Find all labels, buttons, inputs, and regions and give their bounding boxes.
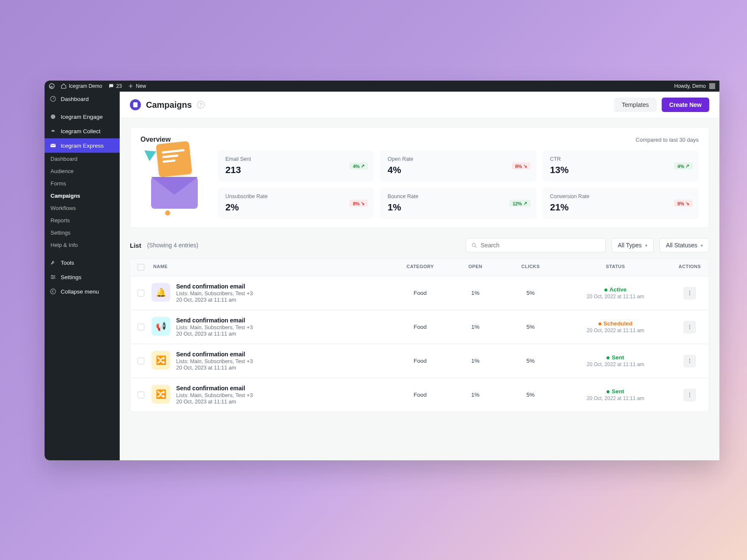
sidebar-dashboard[interactable]: Dashboard <box>45 92 120 106</box>
sidebar-settings[interactable]: Settings <box>45 270 120 284</box>
svg-point-7 <box>51 289 56 294</box>
sub-reports[interactable]: Reports <box>45 214 120 227</box>
cell-clicks: 5% <box>501 290 560 296</box>
row-actions-button[interactable] <box>683 287 696 300</box>
stat-label: Open Rate <box>388 156 528 162</box>
sub-workflows[interactable]: Workflows <box>45 202 120 214</box>
sub-audience[interactable]: Audience <box>45 165 120 177</box>
campaign-title[interactable]: Send confirmation email <box>176 317 253 324</box>
campaign-date: 20 Oct, 2023 at 11:11 am <box>176 331 253 337</box>
stat-card-open_rate: Open Rate 4% 8% ↘ <box>380 150 536 182</box>
stat-label: Unsubscribe Rate <box>225 193 366 199</box>
dots-vertical-icon <box>687 324 693 330</box>
filter-statuses[interactable]: All Statuses ▾ <box>660 238 709 252</box>
chevron-down-icon: ▾ <box>701 243 703 248</box>
sidebar-tools-label: Tools <box>61 260 74 266</box>
sidebar-collapse[interactable]: Collapse menu <box>45 284 120 299</box>
campaign-thumb: 🔔 <box>152 283 170 302</box>
help-icon[interactable]: ? <box>197 101 205 109</box>
svg-point-4 <box>51 275 53 276</box>
col-actions: ACTIONS <box>671 264 709 271</box>
cell-category: Food <box>390 324 450 330</box>
site-name-link[interactable]: Icegram Demo <box>61 83 102 89</box>
sidebar-collapse-label: Collapse menu <box>61 288 99 295</box>
select-all-checkbox[interactable] <box>138 264 144 271</box>
svg-point-10 <box>689 292 690 293</box>
filter-statuses-label: All Statuses <box>666 242 697 249</box>
sub-campaigns[interactable]: Campaigns <box>45 190 120 202</box>
new-label: New <box>136 83 146 89</box>
col-name: NAME <box>152 264 390 271</box>
table-row: 🔀 Send confirmation email Lists: Main, S… <box>130 344 709 378</box>
svg-point-11 <box>689 294 690 295</box>
col-clicks: CLICKS <box>501 264 560 271</box>
campaign-title[interactable]: Send confirmation email <box>176 385 253 392</box>
row-actions-button[interactable] <box>683 389 696 401</box>
row-actions-button[interactable] <box>683 355 696 367</box>
svg-point-19 <box>689 394 690 395</box>
cell-category: Food <box>390 392 450 398</box>
search-icon <box>471 242 477 249</box>
cell-status: Sent 20 Oct, 2022 at 11:11 am <box>560 388 671 401</box>
cell-status: Active 20 Oct, 2022 at 11:11 am <box>560 286 671 300</box>
search-input[interactable] <box>481 242 600 249</box>
stat-label: Bounce Rate <box>388 193 528 199</box>
trend-icon: ↘ <box>685 201 689 206</box>
page-title: Campaigns <box>146 100 192 110</box>
howdy-text[interactable]: Howdy, Demo <box>674 83 706 89</box>
filter-types[interactable]: All Types ▾ <box>612 238 654 252</box>
sub-settings[interactable]: Settings <box>45 227 120 239</box>
sidebar-collect[interactable]: Icegram Collect <box>45 124 120 138</box>
svg-point-5 <box>53 277 55 278</box>
table-row: 🔀 Send confirmation email Lists: Main, S… <box>130 378 709 412</box>
brand-icon <box>130 99 141 110</box>
row-checkbox[interactable] <box>138 290 144 297</box>
dots-vertical-icon <box>687 358 693 364</box>
sidebar-tools[interactable]: Tools <box>45 255 120 270</box>
sub-dashboard[interactable]: Dashboard <box>45 153 120 165</box>
wp-logo[interactable] <box>49 83 55 89</box>
search-box[interactable] <box>466 238 606 252</box>
svg-point-6 <box>52 278 53 279</box>
row-checkbox[interactable] <box>138 324 144 330</box>
campaign-thumb: 🔀 <box>152 385 170 403</box>
svg-point-12 <box>689 325 690 325</box>
sidebar-express[interactable]: Icegram Express <box>45 138 120 153</box>
sub-help[interactable]: Help & Info <box>45 239 120 251</box>
stat-value: 21% <box>550 202 691 213</box>
table-body: 🔔 Send confirmation email Lists: Main, S… <box>130 276 709 412</box>
cell-open: 1% <box>450 392 501 398</box>
campaign-thumb: 📢 <box>152 317 170 336</box>
campaign-lists: Lists: Main, Subscribers, Test+3 <box>176 291 253 297</box>
list-meta: (Showing 4 entries) <box>147 242 199 249</box>
status-date: 20 Oct, 2022 at 11:11 am <box>560 294 671 300</box>
sidebar-engage-label: Icegram Engage <box>61 114 103 120</box>
sidebar-collect-label: Icegram Collect <box>61 128 101 134</box>
comments-link[interactable]: 23 <box>108 83 122 89</box>
campaign-date: 20 Oct, 2023 at 11:11 am <box>176 297 253 303</box>
row-checkbox[interactable] <box>138 358 144 364</box>
row-checkbox[interactable] <box>138 392 144 398</box>
campaign-title[interactable]: Send confirmation email <box>176 283 253 290</box>
comment-icon <box>108 83 114 89</box>
stats-grid: Email Sent 213 4% ↗ Open Rate 4% 8% ↘ CT… <box>218 150 699 219</box>
templates-button[interactable]: Templates <box>614 98 657 112</box>
sidebar-engage[interactable]: Icegram Engage <box>45 109 120 124</box>
page-header: Campaigns ? Templates Create New <box>120 92 719 118</box>
campaign-title[interactable]: Send confirmation email <box>176 351 253 358</box>
sub-forms[interactable]: Forms <box>45 177 120 190</box>
trend-icon: ↗ <box>685 163 689 169</box>
create-new-button[interactable]: Create New <box>662 98 709 112</box>
cell-clicks: 5% <box>501 392 560 398</box>
stat-value: 213 <box>225 165 366 176</box>
wrench-icon <box>50 259 56 266</box>
campaign-thumb: 🔀 <box>152 351 170 370</box>
row-actions-button[interactable] <box>683 321 696 333</box>
sidebar-settings-label: Settings <box>61 274 81 280</box>
avatar[interactable] <box>709 83 715 89</box>
new-link[interactable]: New <box>128 83 146 89</box>
dots-vertical-icon <box>687 392 693 398</box>
campaign-lists: Lists: Main, Subscribers, Test+3 <box>176 358 253 364</box>
status-date: 20 Oct, 2022 at 11:11 am <box>560 328 671 333</box>
svg-point-14 <box>689 328 690 329</box>
